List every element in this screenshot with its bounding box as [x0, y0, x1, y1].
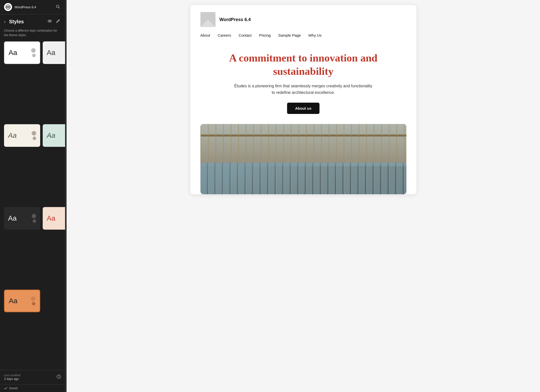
hero-title: A commitment to innovation and sustainab… — [200, 51, 406, 78]
styles-description: Choose a different style combination for… — [0, 27, 65, 41]
footer-left: Last modified 3 days ago — [4, 374, 20, 381]
preview-hero: A commitment to innovation and sustainab… — [190, 41, 416, 121]
styles-header: ‹ Styles — [0, 14, 65, 27]
style-card-aa: Aa — [9, 49, 17, 56]
dot-small — [32, 302, 35, 305]
nav-link-about[interactable]: About — [200, 33, 210, 37]
check-icon — [4, 386, 8, 390]
sidebar-top-bar: WordPress 6.4 — [0, 0, 65, 14]
saved-label: Saved — [9, 386, 18, 390]
nav-link-contact[interactable]: Contact — [239, 33, 252, 37]
style-card-light[interactable]: Aa — [43, 41, 65, 64]
svg-point-6 — [49, 21, 50, 22]
style-card-dots — [32, 131, 36, 140]
site-name: WordPress 6.4 — [220, 17, 251, 22]
dot-large — [32, 214, 36, 218]
about-us-button[interactable]: About us — [287, 103, 319, 114]
nav-link-pricing[interactable]: Pricing — [259, 33, 271, 37]
style-card-aa: Aa — [47, 132, 55, 139]
styles-title: Styles — [9, 19, 44, 25]
style-card-aa: Aa — [8, 215, 17, 222]
dot-large — [31, 48, 36, 53]
svg-line-7 — [59, 20, 59, 21]
sidebar: WordPress 6.4 ‹ Styles Choose a differen… — [0, 0, 65, 392]
preview-card: WordPress 6.4 About Careers Contact Pric… — [190, 5, 416, 194]
style-card-aa: Aa — [47, 215, 55, 222]
sidebar-footer: Last modified 3 days ago — [0, 370, 65, 384]
glass-panels — [200, 163, 406, 194]
nav-link-whyus[interactable]: Why Us — [308, 33, 322, 37]
nav-link-sample[interactable]: Sample Page — [278, 33, 301, 37]
wp-logo — [4, 3, 12, 11]
nav-link-careers[interactable]: Careers — [218, 33, 231, 37]
dot-large — [32, 131, 36, 136]
dot-large — [31, 296, 35, 301]
building-visual — [200, 124, 406, 194]
history-button[interactable] — [57, 374, 61, 380]
app-title: WordPress 6.4 — [15, 5, 52, 9]
dot-small — [32, 54, 36, 57]
style-grid: Aa Aa Aa Aa — [0, 41, 65, 370]
last-modified-value: 3 days ago — [4, 377, 20, 381]
style-card-aa: Aa — [47, 49, 55, 56]
style-card-orange[interactable]: Aa — [4, 290, 40, 312]
site-logo — [200, 12, 215, 27]
back-button[interactable]: ‹ — [4, 19, 7, 24]
preview-nav: About Careers Contact Pricing Sample Pag… — [190, 31, 416, 41]
style-card-dots — [31, 48, 36, 57]
style-card-mint[interactable]: Aa — [43, 124, 65, 147]
svg-line-4 — [59, 7, 60, 8]
style-card-aa: Aa — [8, 132, 17, 139]
style-card-peach[interactable]: Aa — [43, 207, 65, 230]
style-card-aa: Aa — [9, 297, 17, 304]
style-card-cream[interactable]: Aa — [4, 124, 40, 147]
main-preview: WordPress 6.4 About Careers Contact Pric… — [67, 0, 540, 392]
preview-header: WordPress 6.4 — [190, 5, 416, 31]
style-card-default[interactable]: Aa — [4, 41, 40, 64]
dot-small — [33, 137, 36, 140]
dot-small — [33, 219, 36, 223]
last-modified-label: Last modified — [4, 374, 20, 377]
pencil-button[interactable] — [55, 18, 61, 25]
hero-subtitle: Études is a pioneering firm that seamles… — [233, 83, 374, 96]
svg-point-5 — [48, 20, 51, 22]
style-card-dots — [31, 296, 35, 305]
search-button[interactable] — [55, 4, 61, 11]
style-card-dark[interactable]: Aa — [4, 207, 40, 230]
saved-status: Saved — [0, 384, 65, 392]
preview-image — [200, 124, 406, 194]
style-card-dots — [32, 214, 36, 223]
eye-button[interactable] — [46, 18, 53, 25]
